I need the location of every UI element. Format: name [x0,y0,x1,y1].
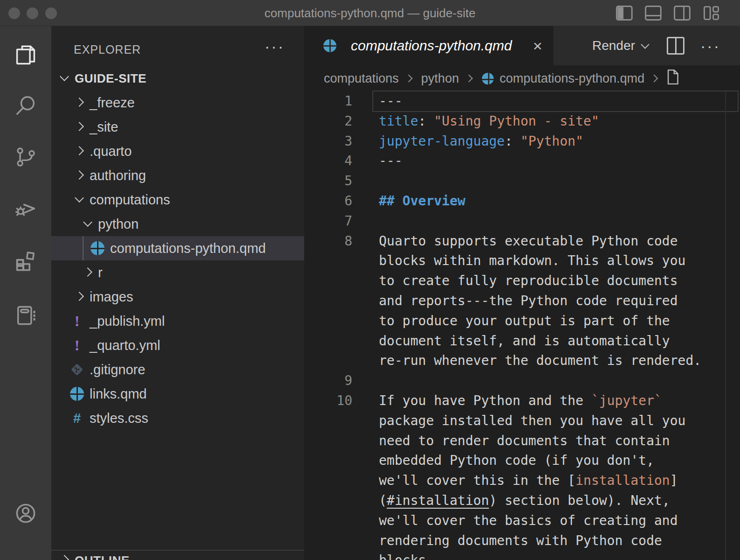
chevron-down-icon [74,194,85,205]
tree-item--site[interactable]: _site [51,115,304,139]
code-line[interactable]: to create fully reproducible documents [304,271,740,291]
toggle-primary-sidebar-icon[interactable] [614,4,635,22]
tree-item--publish-yml[interactable]: !_publish.yml [51,309,304,333]
tree-item--quarto-yml[interactable]: !_quarto.yml [51,333,304,357]
code-line[interactable]: 10If you have Python and the `jupyter` [304,391,740,411]
line-number: 10 [304,391,352,411]
extensions-icon[interactable] [0,239,51,284]
tree-item-label: _freeze [90,95,135,111]
render-button[interactable]: Render [592,38,635,53]
explorer-icon[interactable] [0,33,51,77]
outline-section: OUTLINE [51,550,304,560]
tab-close-icon[interactable]: × [533,38,542,54]
code-line[interactable]: re-run whenever the document is rendered… [304,351,740,371]
search-icon[interactable] [0,83,51,128]
chevron-right-icon [74,121,85,133]
tree-item-images[interactable]: images [51,285,304,309]
tree-item-label: .quarto [90,144,132,159]
code-line[interactable]: 4--- [304,151,740,171]
tree-item-computations[interactable]: computations [51,188,304,212]
code-line[interactable]: need to render documents that contain [304,431,740,451]
code-line[interactable]: embedded Python code (if you don't, [304,451,740,471]
css-icon: # [70,411,84,426]
breadcrumb-item[interactable]: python [421,71,459,86]
source-control-icon[interactable] [0,134,51,179]
code-line[interactable]: and reports---the Python code required [304,291,740,311]
code-line[interactable]: blocks within markdown. This allows you [304,251,740,271]
chevron-right-icon [82,267,93,278]
run-and-debug-icon[interactable] [0,186,51,231]
chevron-right-icon [74,146,85,157]
code-line[interactable]: (#installation) section below). Next, [304,491,740,511]
code-line[interactable]: we'll cover this in the [installation] [304,471,740,491]
tree-item-styles-css[interactable]: #styles.css [51,406,304,430]
code-line[interactable]: document itself, and is automatically [304,331,740,351]
code-line[interactable]: 8Quarto supports executable Python code [304,231,740,252]
editor-actions: Render ··· [592,26,740,65]
chevron-right-icon [74,97,85,108]
breadcrumb: computationspythoncomputations-python.qm… [304,65,740,91]
outline-label: OUTLINE [75,553,130,560]
code-line[interactable]: to produce your output is part of the [304,311,740,331]
code-line[interactable]: 5 [304,171,740,191]
tree-item-label: python [98,217,139,232]
code-line[interactable]: blocks [304,551,740,560]
tree-item-label: .gitignore [90,362,145,378]
editor-more-actions-icon[interactable]: ··· [700,37,720,55]
sidebar-header: EXPLORER ··· [51,36,304,63]
chevron-right-icon [59,554,70,560]
tab-label: computations-python.qmd [351,38,512,54]
chevron-down-icon[interactable] [641,41,651,51]
tree-item-label: styles.css [90,411,148,426]
code-line[interactable]: we'll cover the basics of creating and [304,511,740,531]
quarto-icon [70,386,84,401]
chevron-down-icon [59,73,70,84]
tree-item-python[interactable]: python [51,212,304,236]
outline-header[interactable]: OUTLINE [51,553,304,560]
breadcrumb-separator-icon [651,74,660,83]
tree-item--quarto[interactable]: .quarto [51,139,304,163]
breadcrumb-item[interactable]: computations-python.qmd [500,71,645,86]
tree-item--freeze[interactable]: _freeze [51,91,304,115]
yaml-icon: ! [70,314,84,329]
tree-item-label: GUIDE-SITE [75,71,147,86]
customize-layout-icon[interactable] [701,4,721,22]
chevron-right-icon [74,291,85,302]
code-line[interactable]: 3jupyter-language: "Python" [304,132,740,152]
line-number: 6 [304,191,352,211]
code-line[interactable]: 6## Overview [304,191,740,211]
toggle-secondary-sidebar-icon[interactable] [672,4,692,22]
line-number: 7 [304,211,352,231]
notebook-icon[interactable] [0,293,51,338]
line-number: 8 [304,231,352,252]
tree-item-authoring[interactable]: authoring [51,163,304,188]
git-icon [70,362,84,377]
code-line[interactable]: package installed then you have all you [304,411,740,431]
breadcrumb-item[interactable]: computations [324,71,399,86]
code-line[interactable]: 7 [304,211,740,231]
file-icon [665,68,681,89]
tab-computations-python[interactable]: computations-python.qmd × [304,26,553,65]
code-line[interactable]: 1--- [304,91,740,112]
tree-item-guide-site[interactable]: GUIDE-SITE [51,66,304,91]
code-editor[interactable]: 1---2title: "Using Python - site"3jupyte… [304,91,740,560]
tree-item--gitignore[interactable]: .gitignore [51,357,304,382]
tree-item-r[interactable]: r [51,260,304,285]
editor-group: computations-python.qmd × Render ··· com… [304,26,740,560]
toggle-panel-icon[interactable] [643,4,663,22]
breadcrumb-separator-icon [405,74,415,83]
split-editor-icon[interactable] [667,37,684,55]
tree-item-computations-python-qmd[interactable]: computations-python.qmd [51,236,304,260]
tree-item-links-qmd[interactable]: links.qmd [51,382,304,406]
line-number: 5 [304,171,352,191]
sidebar-title: EXPLORER [74,43,141,56]
sidebar-more-actions-icon[interactable]: ··· [265,37,285,56]
code-line[interactable]: rendering documents with Python code [304,531,740,551]
account-icon[interactable] [0,491,51,536]
activity-bar [0,26,51,560]
line-number: 4 [304,151,352,171]
tree-item-label: authoring [90,168,146,183]
tree-item-label: _site [90,119,118,135]
code-line[interactable]: 9 [304,371,740,391]
code-line[interactable]: 2title: "Using Python - site" [304,112,740,132]
